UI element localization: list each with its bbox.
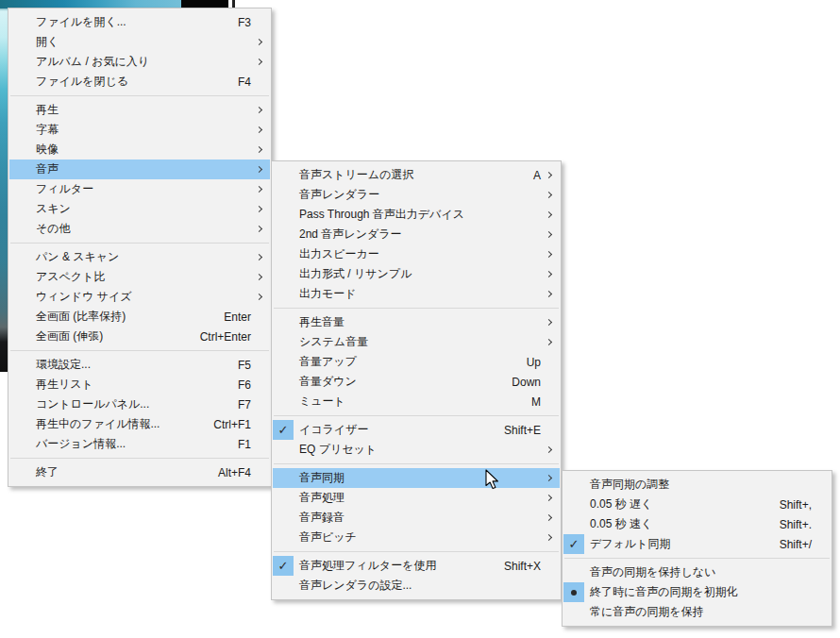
menu-item[interactable]: 出力形式 / リサンプル xyxy=(273,264,560,284)
item-gutter xyxy=(273,392,294,411)
menu-item[interactable]: 終了時に音声の同期を初期化 xyxy=(563,582,831,602)
menu-item-label: 再生音量 xyxy=(294,314,545,330)
menu-item-label: 音声同期の調整 xyxy=(584,477,815,493)
menu-item[interactable]: ファイルを開く...F3 xyxy=(9,12,270,32)
submenu-arrow-icon xyxy=(545,508,560,528)
menu-item[interactable]: 音量アップUp xyxy=(273,352,560,372)
menu-item-shortcut: Shift+, xyxy=(780,498,812,512)
submenu-arrow-icon xyxy=(255,52,270,72)
menu-item[interactable]: システム音量 xyxy=(273,332,560,352)
item-gutter xyxy=(9,219,30,239)
menu-item[interactable]: 0.05 秒 遅くShift+, xyxy=(563,495,831,514)
menu-item-shortcut: F5 xyxy=(238,359,251,372)
menu-item-shortcut: Shift+X xyxy=(504,560,541,573)
arrow-spacer xyxy=(815,534,831,554)
submenu-arrow-icon xyxy=(255,100,270,120)
menu-item[interactable]: 音声同期の調整 xyxy=(563,475,831,495)
menu-item-label: スキン xyxy=(30,201,255,217)
menu-item-label: 音声 xyxy=(30,161,255,177)
menu-item[interactable]: 音声録音 xyxy=(273,508,560,528)
menu-item-label: ファイルを開く... xyxy=(30,14,238,30)
menu-item[interactable]: スキン xyxy=(9,199,270,219)
menu-item-label: 音声レンダラー xyxy=(294,187,545,203)
submenu-arrow-icon xyxy=(545,488,560,508)
menu-item[interactable]: Pass Through 音声出力デバイス xyxy=(273,205,560,225)
menu-item[interactable]: 再生 xyxy=(9,100,270,120)
menu-item[interactable]: ウィンドウ サイズ xyxy=(9,287,270,307)
menu-item[interactable]: 音声 xyxy=(9,160,270,179)
arrow-spacer xyxy=(255,375,270,395)
item-gutter xyxy=(9,72,30,92)
menu-item[interactable]: ✓デフォルト同期Shift+/ xyxy=(563,534,831,554)
menu-item-label: EQ プリセット xyxy=(294,442,545,458)
menu-item[interactable]: 映像 xyxy=(9,140,270,160)
item-gutter xyxy=(9,179,30,199)
menu-item-label: 開く xyxy=(30,34,255,50)
arrow-spacer xyxy=(545,576,560,596)
menu-item[interactable]: 全画面 (比率保持)Enter xyxy=(9,307,270,327)
item-gutter xyxy=(273,372,294,392)
arrow-spacer xyxy=(255,462,270,482)
menu-item[interactable]: 音声同期 xyxy=(273,468,560,488)
menu-item[interactable]: ✓音声処理フィルターを使用Shift+X xyxy=(273,556,560,576)
menu-item[interactable]: その他 xyxy=(9,219,270,239)
menu-item-shortcut: Shift+/ xyxy=(780,538,812,551)
item-gutter xyxy=(9,100,30,120)
item-gutter xyxy=(9,287,30,307)
menu-item-label: 出力形式 / リサンプル xyxy=(294,266,545,282)
item-gutter xyxy=(9,434,30,454)
menu-item[interactable]: パン & スキャン xyxy=(9,247,270,267)
menu-item[interactable]: アルバム / お気に入り xyxy=(9,52,270,72)
menu-item[interactable]: 0.05 秒 速くShift+. xyxy=(563,514,831,534)
menu-item[interactable]: 音量ダウンDown xyxy=(273,372,560,392)
menu-item[interactable]: ミュートM xyxy=(273,392,560,411)
menu-item[interactable]: 音声レンダラの設定... xyxy=(273,576,560,596)
check-glyph: ✓ xyxy=(278,560,289,572)
menu-item[interactable]: ✓イコライザーShift+E xyxy=(273,420,560,440)
menu-item[interactable]: 音声の同期を保持しない xyxy=(563,562,831,582)
menu-item[interactable]: 環境設定...F5 xyxy=(9,355,270,375)
menu-item-label: 終了時に音声の同期を初期化 xyxy=(584,584,815,600)
menu-item[interactable]: ファイルを閉じるF4 xyxy=(9,72,270,92)
menu-item[interactable]: 出力モード xyxy=(273,284,560,304)
menu-item[interactable]: 出力スピーカー xyxy=(273,244,560,264)
menu-item[interactable]: 2nd 音声レンダラー xyxy=(273,225,560,244)
menu-separator xyxy=(10,243,269,243)
menu-item[interactable]: フィルター xyxy=(9,179,270,199)
menu-item[interactable]: 音声処理 xyxy=(273,488,560,508)
menu-item[interactable]: 終了Alt+F4 xyxy=(9,462,270,482)
submenu-arrow-icon xyxy=(255,120,270,140)
menu-item[interactable]: 字幕 xyxy=(9,120,270,140)
menu-item[interactable]: 常に音声の同期を保持 xyxy=(563,602,831,622)
menu-item[interactable]: 全画面 (伸張)Ctrl+Enter xyxy=(9,327,270,346)
menu-item[interactable]: バージョン情報...F1 xyxy=(9,434,270,454)
menu-item[interactable]: 音声ストリームの選択A xyxy=(273,165,560,185)
menu-item-label: アルバム / お気に入り xyxy=(30,54,255,70)
menu-item[interactable]: 音声ピッチ xyxy=(273,528,560,547)
menu-item-label: システム音量 xyxy=(294,334,545,350)
menu-item[interactable]: 再生リストF6 xyxy=(9,375,270,395)
radio-dot xyxy=(571,590,577,596)
submenu-arrow-icon xyxy=(545,332,560,352)
submenu-arrow-icon xyxy=(255,160,270,179)
item-gutter xyxy=(9,462,30,482)
menu-item[interactable]: コントロールパネル...F7 xyxy=(9,395,270,414)
item-gutter xyxy=(9,120,30,140)
menu-item[interactable]: EQ プリセット xyxy=(273,440,560,460)
menu-item[interactable]: 音声レンダラー xyxy=(273,185,560,205)
menu-item[interactable]: 再生中のファイル情報...Ctrl+F1 xyxy=(9,414,270,434)
submenu-arrow-icon xyxy=(255,179,270,199)
menu-item-label: 音量ダウン xyxy=(294,374,512,390)
arrow-spacer xyxy=(815,495,831,514)
arrow-spacer xyxy=(545,352,560,372)
menu-item-shortcut: A xyxy=(533,169,541,182)
submenu-arrow-icon xyxy=(545,528,560,547)
menu-item[interactable]: アスペクト比 xyxy=(9,267,270,287)
item-gutter xyxy=(563,495,584,514)
menu-item-label: 再生中のファイル情報... xyxy=(30,416,213,432)
item-gutter xyxy=(9,52,30,72)
menu-item[interactable]: 再生音量 xyxy=(273,312,560,332)
menu-item[interactable]: 開く xyxy=(9,32,270,52)
menu-item-label: 音声レンダラの設定... xyxy=(294,578,545,594)
check-glyph: ✓ xyxy=(278,424,289,436)
